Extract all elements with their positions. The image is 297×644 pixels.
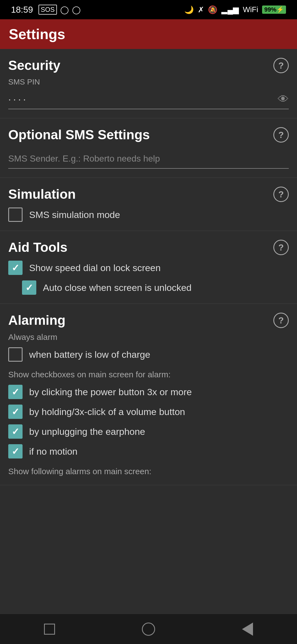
- section-alarming: Alarming ? Always alarm when battery is …: [0, 304, 297, 485]
- eye-toggle-icon[interactable]: 👁: [278, 93, 289, 105]
- circle-icon: [142, 623, 155, 636]
- signal-icon: ▂▄▆: [221, 5, 239, 14]
- nav-home-button[interactable]: [138, 618, 160, 640]
- app-bar: Settings: [0, 19, 297, 49]
- sms-simulation-checkbox[interactable]: [8, 208, 23, 222]
- battery-low-label: when battery is low of charge: [29, 349, 150, 360]
- alarming-help-button[interactable]: ?: [273, 313, 289, 328]
- auto-close-label: Auto close when screen is unlocked: [43, 282, 192, 293]
- speed-dial-checkbox[interactable]: [8, 261, 23, 275]
- volume-button-checkbox[interactable]: [8, 405, 23, 419]
- earphone-checkbox[interactable]: [8, 424, 23, 439]
- status-icon-1: ◯: [60, 5, 69, 14]
- battery-icon: 99%⚡: [262, 6, 286, 14]
- moon-icon: 🌙: [184, 5, 194, 14]
- optional-sms-help-button[interactable]: ?: [273, 127, 289, 143]
- security-help-button[interactable]: ?: [273, 58, 289, 73]
- section-security-title: Security: [8, 58, 60, 73]
- show-following-label: Show following alarms on main screen:: [8, 467, 289, 476]
- section-aid-tools: Aid Tools ? Show speed dial on lock scre…: [0, 231, 297, 304]
- section-simulation: Simulation ? SMS simulation mode: [0, 178, 297, 231]
- section-simulation-title: Simulation: [8, 187, 76, 202]
- battery-low-checkbox[interactable]: [8, 347, 23, 362]
- aid-tools-help-button[interactable]: ?: [273, 240, 289, 255]
- square-icon: [44, 624, 55, 635]
- bluetooth-icon: ✗: [198, 5, 204, 14]
- mute-icon: 🔕: [208, 5, 218, 14]
- page-title: Settings: [9, 26, 65, 42]
- nav-recent-button[interactable]: [38, 618, 61, 640]
- status-icon-2: ◯: [72, 5, 81, 14]
- simulation-help-button[interactable]: ?: [273, 187, 289, 202]
- status-bar: 18:59 SOS ◯ ◯ 🌙 ✗ 🔕 ▂▄▆ WiFi 99%⚡: [0, 0, 297, 19]
- section-optional-sms-title: Optional SMS Settings: [8, 127, 150, 142]
- section-alarming-title: Alarming: [8, 313, 65, 328]
- no-motion-label: if no motion: [29, 446, 78, 457]
- show-checkboxes-label: Show checkboxes on main screen for alarm…: [8, 370, 289, 379]
- no-motion-checkbox[interactable]: [8, 444, 23, 459]
- auto-close-checkbox[interactable]: [22, 280, 36, 295]
- sms-simulation-label: SMS simulation mode: [29, 209, 120, 220]
- always-alarm-label: Always alarm: [8, 332, 289, 342]
- wifi-icon: WiFi: [243, 5, 258, 14]
- nav-back-button[interactable]: [237, 618, 258, 640]
- section-security: Security ? SMS PIN ···· 👁: [0, 49, 297, 118]
- volume-button-label: by holding/3x-click of a volume button: [29, 406, 185, 417]
- earphone-label: by unplugging the earphone: [29, 426, 145, 437]
- status-time: 18:59: [11, 5, 33, 15]
- section-aid-tools-title: Aid Tools: [8, 240, 67, 255]
- sms-pin-label: SMS PIN: [8, 78, 289, 86]
- section-optional-sms: Optional SMS Settings ?: [0, 118, 297, 178]
- sos-icon: SOS: [38, 5, 57, 15]
- power-button-checkbox[interactable]: [8, 385, 23, 399]
- power-button-label: by clicking the power button 3x or more: [29, 387, 192, 397]
- bottom-nav: [0, 614, 297, 644]
- back-icon: [242, 623, 253, 636]
- sms-sender-input[interactable]: [8, 149, 289, 169]
- pin-dots: ····: [8, 94, 278, 105]
- speed-dial-label: Show speed dial on lock screen: [29, 263, 161, 273]
